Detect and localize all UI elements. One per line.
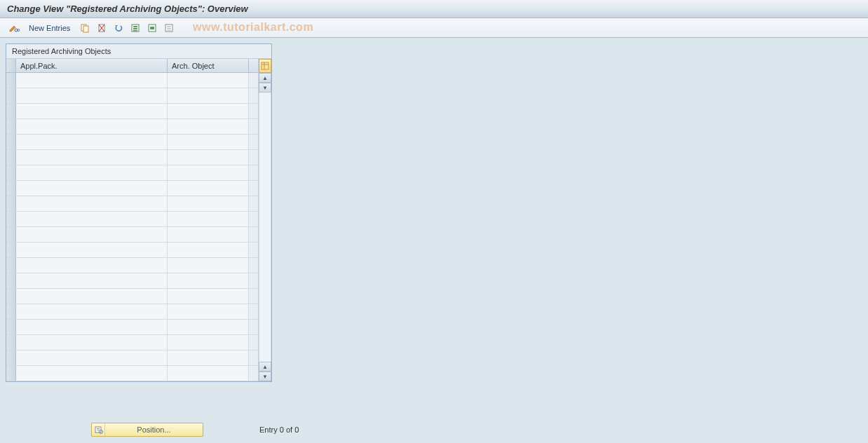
cell-arch-object[interactable] [168,150,249,165]
cell-appl-pack[interactable] [16,150,168,165]
row-selector[interactable] [6,88,16,103]
row-selector-header[interactable] [6,59,16,72]
scroll-down-button[interactable]: ▼ [259,83,271,93]
table-row [6,366,258,381]
row-selector[interactable] [6,366,16,381]
table-title: Registered Archiving Objects [6,44,271,59]
cell-arch-object[interactable] [168,165,249,180]
toggle-edit-button[interactable] [7,21,21,35]
cell-appl-pack[interactable] [16,304,168,319]
row-selector[interactable] [6,135,16,149]
cell-arch-object[interactable] [168,273,249,288]
table-row [6,304,258,320]
cell-arch-object[interactable] [168,335,249,350]
cell-appl-pack[interactable] [16,196,168,211]
row-selector[interactable] [6,258,16,273]
cell-appl-pack[interactable] [16,335,168,350]
row-selector[interactable] [6,181,16,196]
row-selector[interactable] [6,119,16,134]
scroll-track[interactable] [259,93,271,362]
svg-rect-13 [167,28,171,29]
row-selector[interactable] [6,350,16,365]
svg-rect-20 [97,430,100,430]
row-selector[interactable] [6,227,16,242]
undo-button[interactable] [111,21,126,35]
svg-rect-6 [133,26,137,27]
svg-point-1 [18,29,20,31]
cell-appl-pack[interactable] [16,227,168,242]
delete-button[interactable] [95,21,109,35]
table-settings-icon [261,62,269,70]
cell-appl-pack[interactable] [16,273,168,288]
table-row [6,88,258,104]
new-entries-button[interactable]: New Entries [24,21,75,35]
footer-bar: Position... Entry 0 of 0 [0,421,868,439]
cell-arch-object[interactable] [168,73,249,88]
table-settings-button[interactable] [259,59,271,73]
cell-arch-object[interactable] [168,304,249,319]
copy-as-button[interactable] [78,21,92,35]
row-selector[interactable] [6,320,16,334]
cell-appl-pack[interactable] [16,88,168,103]
cell-arch-object[interactable] [168,212,249,226]
select-block-icon [147,23,157,33]
row-selector[interactable] [6,243,16,257]
toolbar: New Entries www.tutorialkart.com [0,18,868,38]
row-selector[interactable] [6,335,16,350]
row-selector[interactable] [6,104,16,118]
cell-arch-object[interactable] [168,196,249,211]
cell-arch-object[interactable] [168,88,249,103]
cell-appl-pack[interactable] [16,212,168,226]
table-panel: Registered Archiving Objects Appl.Pack. … [6,43,272,382]
deselect-all-icon [164,23,174,33]
scroll-up-bottom-button[interactable]: ▲ [259,362,271,372]
cell-arch-object[interactable] [168,181,249,196]
row-selector[interactable] [6,273,16,288]
cell-arch-object[interactable] [168,119,249,134]
cell-arch-object[interactable] [168,135,249,149]
content-area: Registered Archiving Objects Appl.Pack. … [0,38,868,388]
cell-arch-object[interactable] [168,258,249,273]
scroll-up-button[interactable]: ▲ [259,73,271,83]
cell-appl-pack[interactable] [16,350,168,365]
svg-rect-15 [262,62,269,69]
row-selector[interactable] [6,150,16,165]
position-button[interactable]: Position... [91,423,203,437]
cell-appl-pack[interactable] [16,366,168,381]
cell-arch-object[interactable] [168,243,249,257]
row-selector[interactable] [6,196,16,211]
table-row [6,289,258,304]
select-all-button[interactable] [128,21,142,35]
svg-rect-19 [97,428,100,429]
cell-arch-object[interactable] [168,366,249,381]
cell-appl-pack[interactable] [16,258,168,273]
cell-appl-pack[interactable] [16,289,168,304]
row-selector[interactable] [6,73,16,88]
cell-appl-pack[interactable] [16,104,168,118]
row-selector[interactable] [6,289,16,304]
cell-appl-pack[interactable] [16,165,168,180]
row-selector[interactable] [6,165,16,180]
cell-arch-object[interactable] [168,227,249,242]
row-selector[interactable] [6,304,16,319]
cell-appl-pack[interactable] [16,243,168,257]
cell-appl-pack[interactable] [16,73,168,88]
select-block-button[interactable] [145,21,159,35]
cell-arch-object[interactable] [168,289,249,304]
table-row [6,258,258,273]
cell-arch-object[interactable] [168,350,249,365]
cell-appl-pack[interactable] [16,119,168,134]
scroll-down-bottom-button[interactable]: ▼ [259,372,271,381]
cell-appl-pack[interactable] [16,181,168,196]
cell-arch-object[interactable] [168,104,249,118]
column-header-appl-pack[interactable]: Appl.Pack. [16,59,168,72]
cell-arch-object[interactable] [168,320,249,334]
row-selector[interactable] [6,212,16,226]
cell-appl-pack[interactable] [16,320,168,334]
table-row [6,273,258,289]
column-header-arch-object[interactable]: Arch. Object [168,59,249,72]
deselect-all-button[interactable] [162,21,176,35]
watermark-text: www.tutorialkart.com [193,21,313,34]
cell-appl-pack[interactable] [16,135,168,149]
table-row [6,150,258,165]
